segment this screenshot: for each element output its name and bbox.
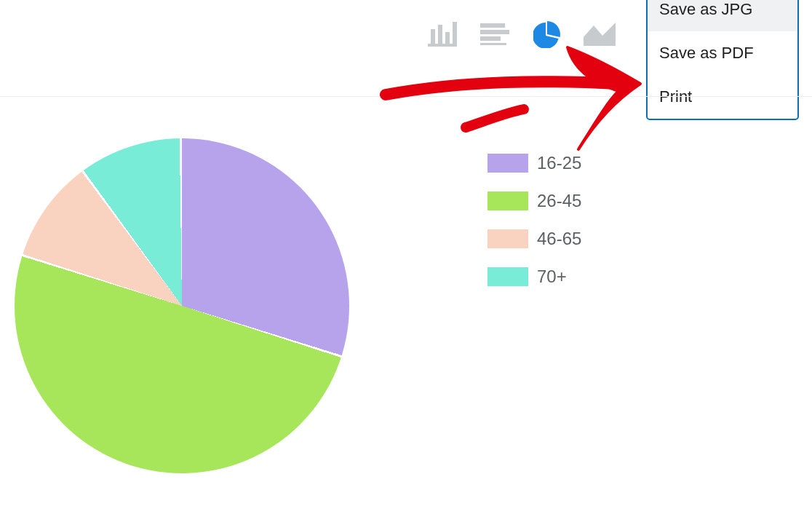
- export-option-label: Save as JPG: [659, 0, 752, 19]
- legend-label: 26-45: [537, 191, 581, 211]
- toolbar: Export Save as JPG Save as PDF Print: [426, 16, 799, 52]
- legend-swatch: [487, 154, 528, 173]
- toolbar-divider: [0, 96, 812, 97]
- export-dropdown: Export Save as JPG Save as PDF Print: [646, 0, 799, 120]
- svg-rect-6: [480, 30, 509, 34]
- legend-swatch: [487, 229, 528, 248]
- legend-item: 70+: [487, 267, 581, 287]
- legend-label: 16-25: [537, 153, 581, 173]
- pie-chart-icon[interactable]: [531, 20, 563, 48]
- svg-rect-1: [431, 29, 435, 44]
- svg-rect-3: [445, 32, 450, 44]
- pie-chart-graphic: [15, 138, 349, 473]
- annotation-arrow: [378, 40, 655, 157]
- svg-rect-5: [480, 23, 505, 28]
- export-option-jpg[interactable]: Save as JPG: [648, 0, 797, 31]
- svg-rect-8: [480, 43, 506, 45]
- bar-chart-icon[interactable]: [426, 20, 458, 48]
- export-option-label: Save as PDF: [659, 44, 754, 63]
- svg-rect-0: [428, 44, 457, 47]
- area-chart-icon[interactable]: [584, 20, 616, 48]
- svg-rect-2: [438, 25, 442, 44]
- legend-item: 16-25: [487, 153, 581, 173]
- list-icon[interactable]: [479, 20, 511, 48]
- legend-label: 70+: [537, 267, 567, 287]
- pie-chart: [15, 138, 357, 481]
- legend-swatch: [487, 192, 528, 210]
- legend-swatch: [487, 267, 528, 286]
- svg-rect-7: [480, 36, 501, 41]
- svg-marker-9: [584, 23, 616, 46]
- chart-type-switcher: [426, 20, 616, 48]
- legend-item: 26-45: [487, 191, 581, 211]
- legend-label: 46-65: [537, 229, 581, 249]
- export-option-pdf[interactable]: Save as PDF: [648, 31, 797, 75]
- legend-item: 46-65: [487, 229, 581, 249]
- svg-rect-4: [453, 22, 457, 44]
- legend: 16-25 26-45 46-65 70+: [487, 153, 581, 287]
